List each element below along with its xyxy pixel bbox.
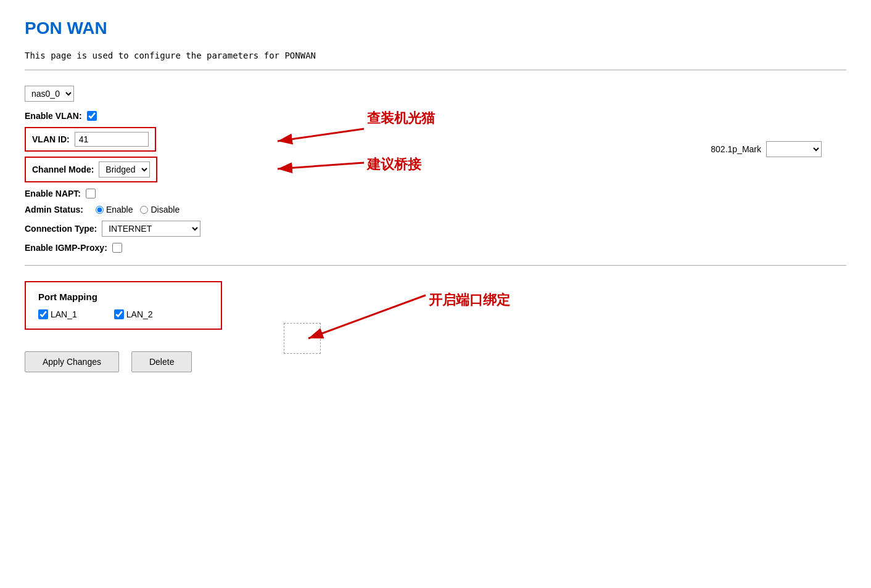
svg-line-2 <box>278 163 364 169</box>
page-description: This page is used to configure the param… <box>25 51 846 60</box>
enable-vlan-label: Enable VLAN: <box>25 111 82 121</box>
mark-802-1p-select[interactable]: 0 1 2 3 4 5 6 7 <box>766 141 822 157</box>
enable-napt-label: Enable NAPT: <box>25 189 81 198</box>
port-mapping-section: Port Mapping LAN_1 LAN_2 <box>25 281 222 330</box>
dashed-hint-box <box>284 323 321 354</box>
enable-vlan-checkbox[interactable] <box>87 111 97 121</box>
enable-igmp-label: Enable IGMP-Proxy: <box>25 243 107 253</box>
port-mapping-title: Port Mapping <box>38 292 208 302</box>
lan1-label: LAN_1 <box>51 309 77 319</box>
admin-status-enable[interactable]: Enable <box>96 205 133 214</box>
svg-line-1 <box>278 129 364 141</box>
apply-changes-button[interactable]: Apply Changes <box>25 351 119 372</box>
connection-type-label: Connection Type: <box>25 224 97 234</box>
delete-button[interactable]: Delete <box>131 351 192 372</box>
mark-802-1p-label: 802.1p_Mark <box>711 144 761 154</box>
admin-status-disable-label: Disable <box>151 205 180 214</box>
enable-igmp-checkbox[interactable] <box>112 243 122 253</box>
svg-text:建议桥接: 建议桥接 <box>366 157 422 172</box>
vlan-id-label: VLAN ID: <box>32 134 70 144</box>
annotation-arrows-top: 查装机光猫 建议桥接 <box>259 107 568 218</box>
svg-line-6 <box>308 295 426 338</box>
lan1-checkbox[interactable] <box>38 309 48 319</box>
admin-status-label: Admin Status: <box>25 205 83 214</box>
lan2-checkbox[interactable] <box>114 309 124 319</box>
lan1-item[interactable]: LAN_1 <box>38 309 77 319</box>
admin-status-enable-label: Enable <box>106 205 133 214</box>
admin-status-disable[interactable]: Disable <box>140 205 180 214</box>
lan2-item[interactable]: LAN_2 <box>114 309 153 319</box>
svg-text:开启端口绑定: 开启端口绑定 <box>428 292 510 308</box>
channel-mode-select[interactable]: Bridged Routed <box>99 161 150 178</box>
channel-mode-label: Channel Mode: <box>32 165 94 174</box>
page-title: PON WAN <box>25 18 846 38</box>
vlan-id-input[interactable] <box>75 132 149 147</box>
enable-napt-checkbox[interactable] <box>86 189 96 198</box>
connection-type-select[interactable]: INTERNET TR069 VOICE OTHER <box>102 221 200 237</box>
interface-select[interactable]: nas0_0 nas0_1 <box>25 86 74 102</box>
lan2-label: LAN_2 <box>126 309 153 319</box>
